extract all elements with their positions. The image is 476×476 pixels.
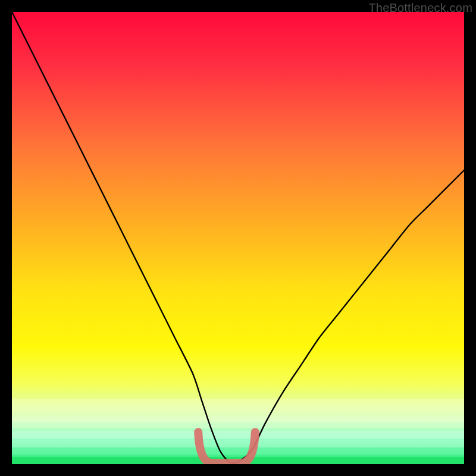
min-region-marker bbox=[12, 12, 464, 464]
plot-area bbox=[12, 12, 464, 464]
watermark-text: TheBottleneck.com bbox=[368, 1, 472, 15]
outer-frame: TheBottleneck.com bbox=[0, 0, 476, 476]
